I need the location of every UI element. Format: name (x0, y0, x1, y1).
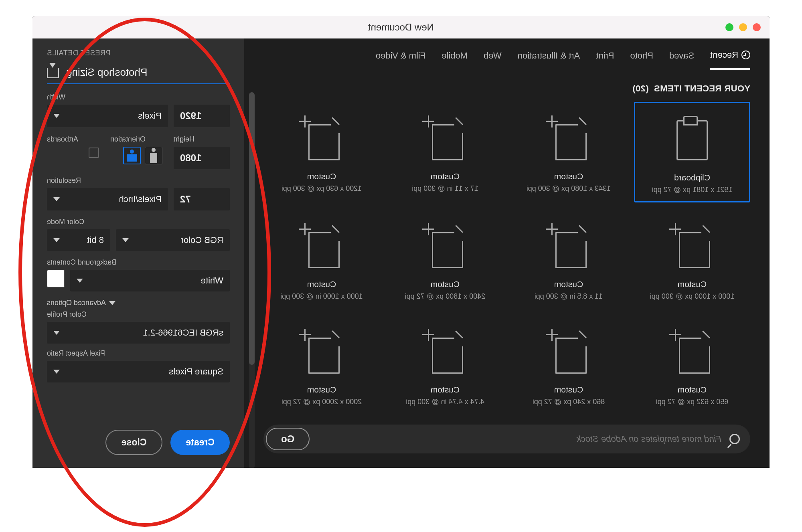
new-document-icon (672, 329, 712, 376)
advanced-options-toggle[interactable]: Advanced Options (47, 299, 230, 307)
new-document-icon (672, 223, 712, 271)
preset-name-input[interactable] (66, 62, 230, 83)
color-mode-label: Color Mode (47, 218, 230, 226)
preset-card-name: Custom (636, 279, 748, 289)
preset-card-dimensions: 1000 x 1000 in @ 300 ppi (266, 292, 377, 301)
background-label: Background Contents (47, 258, 230, 267)
preset-card-name: Custom (513, 279, 624, 289)
close-window-icon[interactable] (753, 23, 761, 31)
tab-recent[interactable]: Recent (710, 50, 750, 70)
tab-film-video[interactable]: Film & Video (376, 50, 425, 70)
category-tabs: Recent Saved Photo Print Art & Illustrat… (244, 38, 770, 70)
preset-card[interactable]: Custom1343 x 1080 px @ 300 ppi (510, 102, 627, 202)
width-unit-select[interactable]: Pixels (47, 105, 168, 127)
preset-details-panel: PRESET DETAILS Width Pixels Height Orien… (32, 38, 244, 468)
orientation-portrait-button[interactable] (145, 147, 162, 164)
preset-card[interactable]: Clipboard1921 x 1081 px @ 72 ppi (634, 102, 750, 202)
chevron-down-icon (53, 238, 60, 242)
resolution-unit-select[interactable]: Pixels/Inch (47, 188, 168, 210)
resolution-input[interactable] (174, 188, 230, 210)
width-input[interactable] (174, 105, 230, 127)
chevron-down-icon (53, 114, 60, 118)
preset-card[interactable]: Custom17 x 11 in @ 300 ppi (387, 102, 503, 202)
preset-card[interactable]: Custom1200 x 630 px @ 300 ppi (263, 102, 380, 202)
preset-card-name: Custom (266, 279, 377, 289)
preset-card[interactable]: Custom1000 x 1000 px @ 300 ppi (634, 210, 750, 308)
new-document-icon (425, 115, 465, 163)
preset-card[interactable]: Custom1000 x 1000 in @ 300 ppi (263, 210, 380, 308)
stock-search-bar: Go (263, 425, 750, 453)
window-title: New Document (368, 22, 434, 33)
preset-card-name: Custom (389, 279, 501, 289)
recent-items-header: YOUR RECENT ITEMS (20) (244, 70, 770, 102)
color-profile-label: Color Profile (47, 310, 230, 319)
preset-card-name: Custom (513, 172, 624, 181)
preset-card-dimensions: 860 x 240 px @ 72 ppi (513, 398, 624, 406)
tab-mobile[interactable]: Mobile (442, 50, 468, 70)
chevron-down-icon (53, 331, 60, 335)
artboards-checkbox[interactable] (89, 148, 99, 158)
close-button[interactable]: Close (105, 430, 163, 455)
window-title-bar: New Document (32, 16, 770, 38)
preset-card[interactable]: Custom11 x 8.5 in @ 300 ppi (510, 210, 627, 308)
new-document-icon (549, 115, 588, 163)
new-document-icon (549, 329, 588, 376)
save-preset-icon[interactable] (47, 68, 59, 78)
tab-print[interactable]: Print (596, 50, 614, 70)
preset-card-dimensions: 17 x 11 in @ 300 ppi (389, 184, 501, 193)
height-input[interactable] (174, 147, 230, 169)
search-icon (729, 434, 740, 444)
scrollbar[interactable] (249, 92, 255, 468)
new-document-icon (549, 223, 588, 271)
color-mode-select[interactable]: RGB Color (116, 229, 230, 251)
chevron-down-icon (77, 279, 83, 283)
chevron-down-icon (53, 370, 60, 374)
preset-details-header: PRESET DETAILS (47, 49, 230, 57)
bit-depth-select[interactable]: 8 bit (47, 229, 110, 251)
color-profile-select[interactable]: sRGB IEC61966-2.1 (47, 322, 230, 344)
preset-card-dimensions: 1000 x 1000 px @ 300 ppi (636, 292, 748, 301)
create-button[interactable]: Create (170, 430, 230, 455)
clipboard-icon (676, 120, 708, 160)
preset-card-dimensions: 650 x 632 px @ 72 ppi (636, 398, 748, 406)
tab-web[interactable]: Web (484, 50, 502, 70)
preset-card[interactable]: Custom650 x 632 px @ 72 ppi (634, 315, 750, 413)
preset-card-name: Custom (513, 385, 624, 394)
preset-card[interactable]: Custom2400 x 1800 px @ 72 ppi (387, 210, 503, 308)
background-color-swatch[interactable] (47, 270, 65, 287)
new-document-icon (425, 329, 465, 376)
maximize-window-icon[interactable] (725, 23, 733, 31)
preset-card-name: Custom (636, 385, 748, 394)
preset-card[interactable]: Custom4.74 x 4.74 in @ 300 ppi (387, 315, 503, 413)
preset-card-dimensions: 4.74 x 4.74 in @ 300 ppi (389, 398, 501, 406)
preset-card-dimensions: 1343 x 1080 px @ 300 ppi (513, 184, 624, 193)
tab-photo[interactable]: Photo (630, 50, 653, 70)
preset-card-name: Custom (266, 385, 377, 394)
go-button[interactable]: Go (266, 428, 310, 450)
chevron-down-icon (122, 238, 129, 242)
chevron-down-icon (53, 197, 60, 201)
clock-icon (741, 51, 750, 59)
preset-card-name: Custom (389, 385, 501, 394)
preset-card-name: Clipboard (638, 173, 747, 182)
new-document-icon (302, 329, 341, 376)
chevron-down-icon (109, 301, 115, 305)
preset-card-name: Custom (266, 172, 377, 181)
tab-saved[interactable]: Saved (669, 50, 694, 70)
artboards-label: Artboards (47, 135, 99, 144)
orientation-label: Orientation (110, 135, 162, 144)
preset-card[interactable]: Custom860 x 240 px @ 72 ppi (510, 315, 627, 413)
preset-card[interactable]: Custom2000 x 2000 px @ 72 ppi (263, 315, 380, 413)
preset-card-name: Custom (389, 172, 501, 181)
minimize-window-icon[interactable] (739, 23, 747, 31)
preset-card-dimensions: 1200 x 630 px @ 300 ppi (266, 184, 377, 193)
orientation-landscape-button[interactable] (123, 147, 141, 164)
stock-search-input[interactable] (310, 434, 721, 444)
preset-grid: Clipboard1921 x 1081 px @ 72 ppiCustom13… (244, 102, 770, 413)
background-select[interactable]: White (70, 270, 230, 291)
resolution-label: Resolution (47, 176, 230, 185)
pixel-aspect-select[interactable]: Square Pixels (47, 361, 230, 382)
pixel-aspect-label: Pixel Aspect Ratio (47, 349, 230, 358)
new-document-icon (302, 115, 341, 163)
tab-art-illustration[interactable]: Art & Illustration (518, 50, 580, 70)
